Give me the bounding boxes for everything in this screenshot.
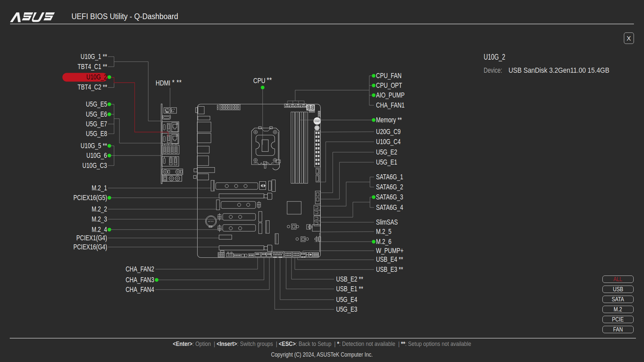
svg-text:BATTERY: BATTERY [208,221,214,222]
svg-text:START: START [315,120,320,122]
